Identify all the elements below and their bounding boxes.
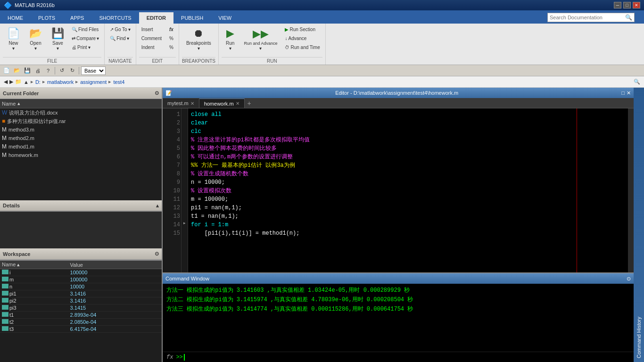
tab-home[interactable]: HOME — [0, 12, 31, 24]
file-item-3[interactable]: M method2.m — [0, 134, 162, 142]
breadcrumb-test4[interactable]: test4 — [113, 79, 124, 85]
editor-tab-homework[interactable]: homework.m ✕ — [199, 99, 245, 108]
details-expand-icon[interactable]: ▴ — [156, 203, 159, 209]
workspace-expand-icon[interactable]: ⊙ — [155, 251, 159, 257]
code-line: for i = 1:m — [191, 221, 625, 229]
search-box[interactable]: 🔍 — [547, 13, 635, 22]
undo-btn[interactable]: ↺ — [57, 66, 66, 75]
run-time-button[interactable]: ⏱ Run and Time — [282, 43, 322, 51]
tab-shortcuts[interactable]: SHORTCUTS — [91, 12, 139, 24]
breadcrumb-nav-back[interactable]: ◀ — [4, 79, 8, 85]
compare-button[interactable]: ⇄ Compare ▾ — [69, 34, 101, 42]
editor-minimize-icon[interactable]: □ — [621, 90, 625, 96]
advance-button[interactable]: ↓ Advance — [282, 34, 322, 42]
add-tab-button[interactable]: + — [245, 99, 254, 108]
main-layout: Current Folder ⊙ Name ▴ W 说明及方法介绍.docx ■… — [0, 88, 644, 362]
edit-icon-btn1[interactable]: % — [167, 34, 176, 42]
close-mytest-tab[interactable]: ✕ — [190, 101, 194, 106]
breakpoints-button[interactable]: ⏺ Breakpoints ▾ — [182, 25, 215, 53]
current-folder-expand-icon[interactable]: ⊙ — [155, 90, 159, 96]
breadcrumb-folder-btn[interactable]: 📁 — [15, 79, 22, 85]
open-file-btn[interactable]: 📂 — [12, 66, 22, 75]
cmd-content[interactable]: 方法一 模拟生成的pi值为 3.141603 ,与真实值相差 1.03424e-… — [163, 284, 634, 352]
tab-publish[interactable]: PUBLISH — [173, 12, 211, 24]
base-select[interactable]: Base — [81, 66, 106, 75]
ws-col-value[interactable]: Value — [68, 261, 162, 269]
ws-var-icon — [2, 291, 8, 296]
edit-icon-btn2[interactable]: % — [167, 43, 176, 51]
file-item-5[interactable]: M homework.m — [0, 151, 162, 159]
fold-indicator — [182, 227, 188, 236]
run-section-button[interactable]: ▶ Run Section — [282, 25, 322, 33]
breadcrumb-search-icon[interactable]: 🔍 — [634, 79, 640, 85]
column-indicator-line — [577, 108, 577, 272]
save-file-btn[interactable]: 💾 — [23, 66, 32, 75]
ws-name: pi3 — [0, 304, 68, 312]
ws-var-icon — [2, 298, 8, 303]
new-file-btn[interactable]: 📄 — [2, 66, 11, 75]
breadcrumb-matlabwork[interactable]: matlabwork — [47, 79, 74, 85]
tab-editor[interactable]: EDITOR — [139, 12, 173, 24]
tab-plots[interactable]: PLOTS — [31, 12, 63, 24]
tab-view[interactable]: VIEW — [211, 12, 239, 24]
workspace-row[interactable]: t1 2.8993e-04 — [0, 312, 162, 319]
left-panel: Current Folder ⊙ Name ▴ W 说明及方法介绍.docx ■… — [0, 88, 163, 362]
code-content[interactable]: close allclearclc% 注意这里计算的pi和t都是多次模拟取平均值… — [188, 108, 628, 272]
fold-indicator[interactable]: ▸ — [182, 219, 188, 227]
code-scrollbar[interactable] — [628, 108, 634, 272]
workspace-row[interactable]: t3 6.4175e-04 — [0, 326, 162, 333]
file-item-4[interactable]: M method1.m — [0, 142, 162, 151]
run-advance-button[interactable]: ▶▶ Run and Advance ▾ — [239, 25, 281, 53]
ws-col-name[interactable]: Name ▴ — [0, 261, 68, 269]
file-item-2[interactable]: M method3.m — [0, 125, 162, 134]
find-icon: 🔍 — [110, 36, 116, 41]
breakpoints-icon: ⏺ — [193, 27, 204, 40]
workspace-row[interactable]: i 100000 — [0, 269, 162, 276]
open-button[interactable]: 📂 Open ▾ — [25, 25, 46, 53]
new-button[interactable]: 📄 New ▾ — [3, 25, 24, 53]
run-group-label: RUN — [222, 57, 322, 65]
help-btn[interactable]: ? — [43, 66, 53, 75]
find-files-button[interactable]: 🔍 Find Files — [69, 25, 101, 33]
close-homework-tab[interactable]: ✕ — [236, 101, 239, 106]
breadcrumb-assignment[interactable]: assignment — [80, 79, 107, 85]
workspace-row[interactable]: n 10000 — [0, 283, 162, 290]
indent-button[interactable]: Indent — [139, 43, 164, 51]
folder-column-header[interactable]: Name ▴ — [0, 99, 162, 108]
workspace-row[interactable]: pi2 3.1416 — [0, 297, 162, 304]
fx-button[interactable]: fx — [167, 25, 176, 33]
run-button[interactable]: ▶ Run ▾ — [222, 25, 239, 53]
workspace-row[interactable]: pi1 3.1416 — [0, 290, 162, 297]
cmd-history-label: Command History — [636, 317, 642, 358]
insert-button[interactable]: Insert — [139, 25, 164, 33]
minimize-button[interactable]: ─ — [614, 2, 621, 8]
tab-apps[interactable]: APPS — [63, 12, 91, 24]
search-input[interactable] — [550, 15, 625, 20]
file-item-1[interactable]: ■ 多种方法模拟估计pi值.rar — [0, 117, 162, 125]
workspace-row[interactable]: m 100000 — [0, 276, 162, 283]
maximize-button[interactable]: □ — [623, 2, 631, 8]
breadcrumb-up-btn[interactable]: ▲ — [24, 79, 29, 85]
breadcrumb-d[interactable]: D: — [35, 79, 41, 85]
editor-area: 📝 Editor - D:\matlabwork\assignment\test… — [163, 88, 634, 272]
print-btn[interactable]: 🖨 — [33, 66, 42, 75]
open-label: Open — [30, 41, 41, 46]
workspace-row[interactable]: t2 2.0850e-04 — [0, 319, 162, 326]
comment-button[interactable]: Comment — [139, 34, 164, 42]
workspace-row[interactable]: pi3 3.1415 — [0, 304, 162, 312]
title-bar: 🔷 MATLAB R2016b ─ □ ✕ — [0, 0, 644, 10]
edit-group-label: EDIT — [139, 57, 176, 65]
goto-button[interactable]: ↗ Go To ▾ — [107, 25, 133, 33]
breadcrumb-nav-forward[interactable]: ▶ — [9, 79, 13, 85]
print-button[interactable]: 🖨 Print ▾ — [69, 43, 101, 51]
editor-tab-mytest[interactable]: mytest.m ✕ — [163, 99, 199, 108]
file-item-0[interactable]: W 说明及方法介绍.docx — [0, 108, 162, 117]
redo-btn[interactable]: ↻ — [67, 66, 77, 75]
breakpoints-content: ⏺ Breakpoints ▾ — [182, 25, 215, 56]
close-button[interactable]: ✕ — [633, 2, 640, 8]
save-button[interactable]: 💾 Save ▾ — [47, 25, 68, 53]
find-button[interactable]: 🔍 Find ▾ — [107, 34, 133, 42]
file-name-5: homework.m — [8, 152, 38, 158]
cmd-expand-icon[interactable]: ⊙ — [627, 276, 631, 282]
editor-close-icon[interactable]: ✕ — [627, 90, 631, 96]
